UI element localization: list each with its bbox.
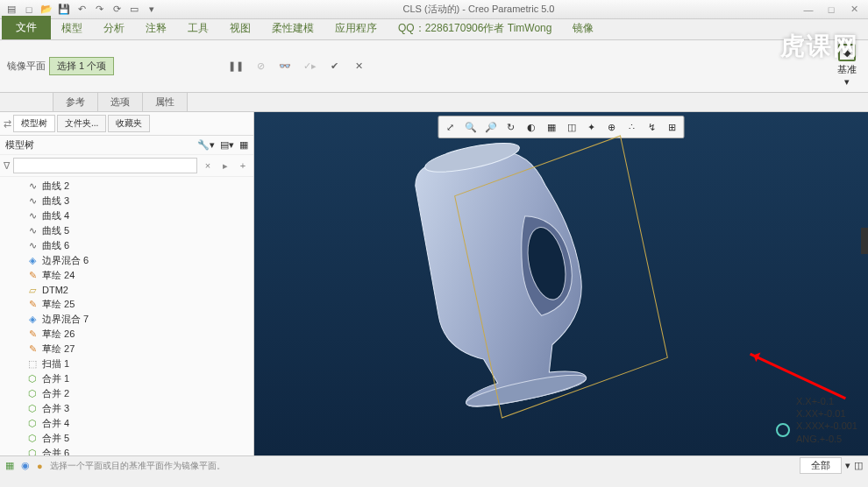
tree-tools-icon[interactable]: 🔧▾ [197,139,215,151]
plane-icon: ▱ [26,284,39,296]
tree-item-label: 草绘 27 [42,342,75,356]
tree-item[interactable]: ◈边界混合 6 [0,253,253,268]
tab-flex[interactable]: 柔性建模 [261,18,324,39]
tree-toggle-icon[interactable]: ⇄ [4,118,11,130]
expand-filter-icon[interactable]: ▸ [218,159,232,173]
close-win-icon[interactable]: ▭ [126,2,142,18]
curve-icon: ∿ [26,225,39,237]
open-icon[interactable]: 📂 [39,2,54,18]
regen-icon[interactable]: ⟳ [109,2,125,18]
tree-filter-input[interactable] [13,158,197,173]
tree-item[interactable]: ∿曲线 4 [0,208,253,223]
csys-display-icon[interactable]: ↯ [643,118,662,136]
subtab-props[interactable]: 属性 [142,92,188,111]
status-icon-2[interactable]: ◉ [21,460,30,471]
tab-author[interactable]: QQ：2286170906作者 TimWong [388,18,562,39]
annotation-display-icon[interactable]: ⊞ [663,118,682,136]
status-icon-1[interactable]: ▦ [5,460,14,471]
nav-tab-favorites[interactable]: 收藏夹 [108,115,150,132]
tree-item[interactable]: ✎草绘 24 [0,268,253,283]
titlebar: ▤ □ 📂 💾 ↶ ↷ ⟳ ▭ ▾ CLS (活动的) - Creo Param… [0,0,868,19]
cancel-button[interactable]: ✕ [349,57,368,76]
nav-tab-folders[interactable]: 文件夹... [57,115,106,132]
model-tree[interactable]: ∿曲线 2∿曲线 3∿曲线 4∿曲线 5∿曲线 6◈边界混合 6✎草绘 24▱D… [0,177,253,455]
minimize-button[interactable]: — [798,2,819,18]
point-display-icon[interactable]: ∴ [623,118,642,136]
mirror-plane-input: 镜像平面 选择 1 个项 [7,57,114,75]
new-icon[interactable]: □ [21,2,37,18]
redo-icon[interactable]: ↷ [91,2,107,18]
subtab-refs[interactable]: 参考 [53,92,98,111]
tab-view[interactable]: 视图 [219,18,261,39]
tree-item[interactable]: ⬡合并 6 [0,446,253,455]
curve-icon: ∿ [26,240,39,252]
tree-item[interactable]: ⬡合并 1 [0,371,253,386]
verify-icon[interactable]: ✓▸ [300,57,319,76]
tree-item[interactable]: ⬡合并 4 [0,416,253,431]
tab-annotate[interactable]: 注释 [135,18,177,39]
tab-file[interactable]: 文件 [2,16,51,39]
nav-tab-model-tree[interactable]: 模型树 [13,115,55,132]
tree-item[interactable]: ▱DTM2 [0,283,253,297]
merge-icon: ⬡ [26,388,39,400]
save-icon[interactable]: 💾 [56,2,72,18]
filter-icon[interactable]: ∇ [4,160,10,172]
curve-icon: ∿ [26,180,39,193]
datum-panel[interactable]: ◆ 基准 ▾ [831,44,863,88]
close-button[interactable]: ✕ [843,2,864,18]
side-collapse-tab[interactable] [861,228,868,254]
merge-icon: ⬡ [26,403,39,415]
tree-item-label: 合并 5 [42,432,69,445]
filter-dropdown-icon[interactable]: ▾ [845,460,850,471]
pause-icon[interactable]: ❚❚ [226,57,245,76]
no-preview-icon[interactable]: ⊘ [251,57,270,76]
mirror-plane-label: 镜像平面 [7,60,46,73]
tree-item[interactable]: ∿曲线 6 [0,238,253,253]
preview-icon[interactable]: 👓 [275,57,295,76]
tree-item[interactable]: ⬡合并 3 [0,401,253,416]
tree-item-label: 合并 1 [42,372,69,385]
geom-filter-icon[interactable]: ◫ [854,460,863,471]
tree-item-label: 合并 3 [42,402,69,415]
tree-item-label: DTM2 [42,285,68,295]
tree-item[interactable]: ⬡合并 5 [0,431,253,446]
tree-item[interactable]: ⬡合并 2 [0,386,253,401]
app-menu-icon[interactable]: ▤ [4,2,19,18]
tree-item-label: 合并 4 [42,417,69,430]
tree-item[interactable]: ◈边界混合 7 [0,312,253,327]
tree-item[interactable]: ⬚扫描 1 [0,356,253,371]
status-bar: ▦ ◉ ● 选择一个平面或目的基准平面作为镜像平面。 全部 ▾ ◫ [0,455,868,475]
maximize-button[interactable]: □ [821,2,842,18]
graphics-viewport[interactable]: ⤢ 🔍 🔎 ↻ ◐ ▦ ◫ ✦ ⊕ ∴ ↯ ⊞ [254,112,868,455]
mirror-plane-collector[interactable]: 选择 1 个项 [49,57,114,75]
subtab-options[interactable]: 选项 [97,92,143,111]
tree-item-label: 曲线 2 [42,180,69,193]
tree-show-icon[interactable]: ▦ [239,139,248,151]
tree-item-label: 扫描 1 [42,357,69,371]
tree-item[interactable]: ✎草绘 26 [0,327,253,342]
add-filter-icon[interactable]: + [236,159,250,173]
clear-filter-button[interactable]: × [201,159,215,173]
merge-icon: ⬡ [26,433,39,445]
tree-item-label: 合并 6 [42,447,69,455]
tab-mirror[interactable]: 镜像 [562,18,604,39]
undo-icon[interactable]: ↶ [74,2,89,18]
tree-item-label: 边界混合 6 [42,254,89,267]
axis-display-icon[interactable]: ⊕ [602,118,622,136]
tab-model[interactable]: 模型 [51,18,93,39]
tab-analysis[interactable]: 分析 [93,18,135,39]
tree-item[interactable]: ∿曲线 5 [0,223,253,238]
tree-item[interactable]: ∿曲线 3 [0,194,253,208]
ok-button[interactable]: ✔ [324,57,344,76]
tab-tools[interactable]: 工具 [177,18,219,39]
tree-item[interactable]: ✎草绘 27 [0,342,253,356]
feature-controls: ❚❚ ⊘ 👓 ✓▸ ✔ ✕ [226,57,368,76]
tree-settings-icon[interactable]: ▤▾ [220,139,234,151]
tree-item[interactable]: ∿曲线 2 [0,179,253,194]
selection-filter[interactable]: 全部 [800,457,842,474]
qat-dropdown-icon[interactable]: ▾ [144,2,160,18]
mirror-plane-group: 镜像平面 选择 1 个项 [7,57,114,75]
tab-apps[interactable]: 应用程序 [324,18,388,39]
tree-item[interactable]: ✎草绘 25 [0,297,253,312]
readout-line: X.X+-0.1 [796,395,857,407]
